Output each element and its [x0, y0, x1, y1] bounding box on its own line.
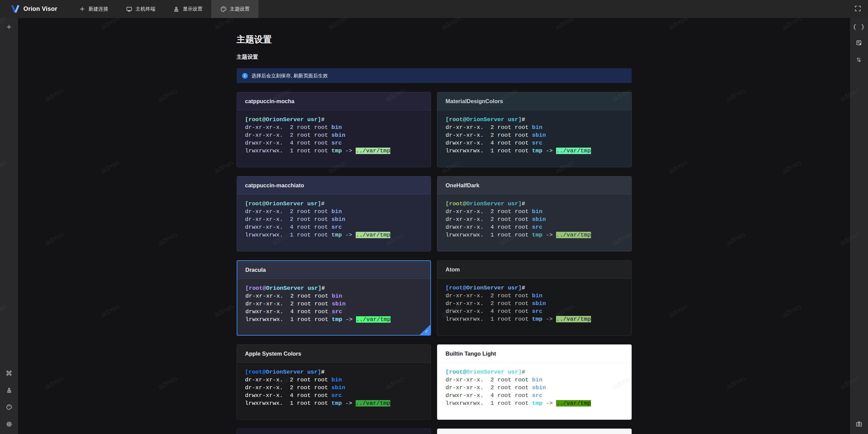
theme-card-header: OneHalfDark	[437, 176, 631, 194]
camera-icon	[855, 423, 863, 429]
command-button[interactable]	[5, 369, 13, 378]
theme-card-header: Atom	[437, 261, 631, 279]
braces-button[interactable]: { }	[852, 23, 866, 31]
topbar: Orion Visor 新建连接主机终端显示设置主题设置	[0, 0, 868, 18]
right-rail-bottom	[855, 420, 863, 429]
theme-card[interactable]: Dracula [root@OrionServer usr]#dr-xr-xr-…	[237, 260, 431, 336]
formdoc-button[interactable]	[855, 39, 863, 48]
theme-card[interactable]: Atom [root@OrionServer usr]#dr-xr-xr-x. …	[437, 260, 632, 336]
theme-card[interactable]: catppuccin-mocha [root@OrionServer usr]#…	[237, 92, 431, 167]
left-sidebar	[0, 18, 18, 434]
sort-icon	[855, 59, 862, 64]
stamp-button[interactable]	[5, 386, 13, 395]
theme-name: OneHalfDark	[446, 182, 479, 189]
plus-icon	[6, 26, 12, 31]
check-icon: ✓	[425, 329, 429, 334]
right-sidebar: { }	[850, 18, 868, 434]
theme-card-header: Apple System Colors	[237, 345, 431, 363]
theme-card-header: Dracula	[237, 261, 431, 279]
sort-button[interactable]	[855, 56, 863, 65]
terminal-preview: [root@OrionServer usr]#dr-xr-xr-x. 2 roo…	[237, 194, 431, 239]
palette-icon	[6, 407, 13, 412]
right-rail-top: { }	[852, 23, 866, 65]
terminal-preview: [root@OrionServer usr]#dr-xr-xr-x. 2 roo…	[237, 363, 431, 407]
theme-name: MaterialDesignColors	[446, 98, 503, 105]
terminal-preview: [root@OrionServer usr]#dr-xr-xr-x. 2 roo…	[237, 279, 431, 323]
theme-name: catppuccin-mocha	[245, 98, 295, 105]
theme-card[interactable]: OneHalfDark [root@OrionServer usr]#dr-xr…	[437, 176, 632, 251]
terminal-preview: [root@OrionServer usr]#dr-xr-xr-x. 2 roo…	[237, 110, 431, 155]
theme-name: Builtin Tango Light	[446, 351, 496, 357]
tab-new-connection[interactable]: 新建连接	[70, 0, 117, 18]
theme-card-header: Builtin Tango Light	[437, 345, 631, 363]
theme-card-header	[437, 429, 631, 434]
tab-label: 主题设置	[230, 6, 250, 12]
theme-name: Atom	[446, 266, 460, 273]
plus-button[interactable]	[5, 23, 13, 32]
alert-text: 选择后会立刻保存, 刷新页面后生效	[252, 73, 328, 79]
selected-corner-badge: ✓	[419, 325, 430, 335]
palette-icon	[220, 6, 227, 13]
left-rail-bottom	[5, 369, 13, 429]
fullscreen-icon	[854, 5, 862, 13]
theme-name: Dracula	[245, 267, 266, 273]
section-title: 主题设置	[237, 53, 632, 61]
theme-card[interactable]: Builtin Tango Light [root@OrionServer us…	[437, 344, 632, 420]
tab-label: 显示设置	[183, 6, 202, 12]
stamp-icon	[6, 390, 13, 395]
tab-theme-settings[interactable]: 主题设置	[211, 0, 258, 18]
terminal-preview: [root@OrionServer usr]#dr-xr-xr-x. 2 roo…	[437, 110, 631, 155]
stamp-icon	[173, 6, 180, 13]
tab-label: 主机终端	[136, 6, 155, 12]
theme-card-header: catppuccin-macchiato	[237, 176, 431, 194]
monitor-icon	[126, 6, 133, 13]
app-brand: Orion Visor	[0, 4, 57, 15]
tab-label: 新建连接	[88, 6, 108, 12]
theme-card[interactable]: ✓	[237, 429, 431, 434]
tab-display-settings[interactable]: 显示设置	[164, 0, 211, 18]
gear-icon	[6, 423, 13, 429]
theme-card-header	[237, 429, 431, 434]
terminal-preview: [root@OrionServer usr]#dr-xr-xr-x. 2 roo…	[437, 279, 631, 323]
app-logo	[10, 4, 20, 15]
gear-button[interactable]	[5, 420, 13, 429]
palette-button[interactable]	[5, 403, 13, 412]
theme-card[interactable]: catppuccin-macchiato [root@OrionServer u…	[237, 176, 431, 251]
theme-grid: catppuccin-mocha [root@OrionServer usr]#…	[237, 92, 632, 434]
terminal-preview: [root@OrionServer usr]#dr-xr-xr-x. 2 roo…	[437, 194, 631, 239]
tab-host-terminal[interactable]: 主机终端	[117, 0, 164, 18]
page-title: 主题设置	[237, 34, 632, 45]
terminal-preview: [root@OrionServer usr]#dr-xr-xr-x. 2 roo…	[437, 363, 631, 407]
fullscreen-button[interactable]	[853, 3, 863, 15]
command-icon	[5, 373, 13, 378]
theme-card[interactable]: ✓	[437, 429, 632, 434]
topbar-tabs: 新建连接主机终端显示设置主题设置	[70, 0, 258, 18]
left-rail-top	[5, 23, 13, 32]
camera-button[interactable]	[855, 420, 863, 429]
theme-card-header: catppuccin-mocha	[237, 92, 431, 110]
theme-name: catppuccin-macchiato	[245, 182, 304, 189]
theme-card[interactable]: Apple System Colors [root@OrionServer us…	[237, 344, 431, 420]
formdoc-icon	[855, 42, 862, 47]
info-alert: i 选择后会立刻保存, 刷新页面后生效	[237, 68, 632, 83]
plus-icon	[79, 6, 85, 12]
theme-card-header: MaterialDesignColors	[437, 92, 631, 110]
theme-card[interactable]: MaterialDesignColors [root@OrionServer u…	[437, 92, 632, 167]
main-content: 主题设置 主题设置 i 选择后会立刻保存, 刷新页面后生效 catppuccin…	[18, 18, 850, 434]
brand-title: Orion Visor	[23, 5, 57, 13]
braces-icon: { }	[853, 24, 865, 30]
theme-name: Apple System Colors	[245, 351, 301, 357]
info-icon: i	[242, 73, 248, 79]
